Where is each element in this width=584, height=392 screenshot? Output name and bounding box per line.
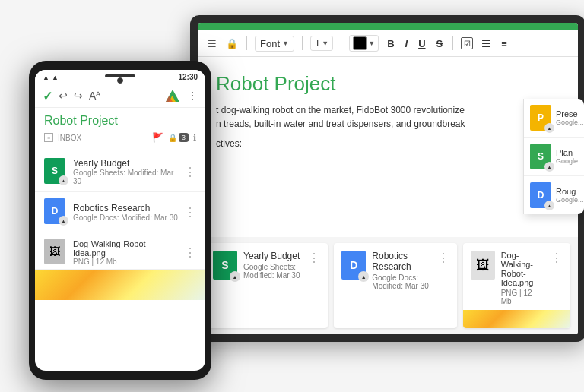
tablet-card-2-name: Dog-Walking-Robot-Idea.png <box>501 251 544 287</box>
toolbar-divider-1 <box>246 36 247 50</box>
bookmark-icon: ☰ <box>205 36 219 50</box>
inbox-doc-icon: ≡ <box>44 133 53 142</box>
phone-file-2-more[interactable]: ⋮ <box>184 245 196 260</box>
font-size-chevron-icon: ▼ <box>322 40 328 47</box>
color-box <box>353 36 367 50</box>
phone-file-1-info: Robotics Research Google Docs: Modified:… <box>73 203 178 222</box>
tablet-card-1-name: Robotics Research <box>372 251 430 272</box>
phone-check-icon: ✓ <box>43 89 52 103</box>
drive-icon[interactable] <box>164 87 181 104</box>
right-panel-item-2-meta: Google... <box>556 196 584 204</box>
underline-button[interactable]: U <box>416 37 427 50</box>
tablet-content: Robot Project t dog-walking robot on the… <box>198 57 578 237</box>
phone-file-0-icon: S ▲ <box>44 158 67 185</box>
phone-camera <box>117 77 123 84</box>
tablet-card-1-more[interactable]: ⋮ <box>437 251 449 265</box>
right-panel-item-0[interactable]: P ▲ Prese Google... <box>524 99 584 138</box>
phone: ▲ ▲ 12:30 ✓ ↩ ↪ Aᴬ ⋮ Robot Project <box>29 61 211 380</box>
phone-file-1-name: Robotics Research <box>73 203 178 213</box>
phone-screen: ▲ ▲ 12:30 ✓ ↩ ↪ Aᴬ ⋮ Robot Project <box>35 70 205 371</box>
tablet-screen: ☰ 🔒 Font ▼ T ▼ ▼ B I U S ☑ ☰ ≡ <box>198 23 578 334</box>
phone-file-1-icon: D ▲ <box>44 198 67 226</box>
tablet-card-0-more[interactable]: ⋮ <box>308 251 320 265</box>
phone-inbox-lock: 🔒 3 <box>168 133 189 142</box>
tablet-image-preview <box>463 310 570 328</box>
toolbar-divider-4 <box>452 36 453 50</box>
phone-doc-title: Robot Project <box>35 108 205 129</box>
toolbar-divider-2 <box>302 36 303 50</box>
font-size-button[interactable]: T ▼ <box>310 36 333 51</box>
color-chevron-icon: ▼ <box>368 40 375 47</box>
phone-image-preview <box>35 270 205 300</box>
tablet-card-2-more[interactable]: ⋮ <box>551 251 563 265</box>
phone-toolbar: ✓ ↩ ↪ Aᴬ ⋮ <box>35 84 205 108</box>
phone-inbox-info-icon[interactable]: ℹ <box>193 133 196 143</box>
ordered-list-button[interactable]: ≡ <box>499 37 509 50</box>
tablet-card-2[interactable]: 🖼 Dog-Walking-Robot-Idea.png PNG | 12 Mb… <box>463 243 570 328</box>
right-panel-item-1-name: Plan <box>556 148 584 157</box>
tablet-green-bar <box>198 23 578 30</box>
tablet-drive-cards: S ▲ Yearly Budget Google Sheets: Modifie… <box>198 237 578 334</box>
phone-file-0-more[interactable]: ⋮ <box>184 165 196 179</box>
tablet-right-panel: P ▲ Prese Google... S ▲ Plan Google... D… <box>523 99 584 214</box>
color-picker[interactable]: ▼ <box>349 35 379 52</box>
font-label: Font <box>260 38 280 49</box>
right-panel-item-1-meta: Google... <box>556 157 584 165</box>
tablet-card-0-meta: Google Sheets: Modified: Mar 30 <box>243 263 302 280</box>
wifi-icon: ▲ <box>43 74 49 81</box>
phone-inbox-badge: 3 <box>179 133 189 142</box>
phone-file-list: S ▲ Yearly Budget Google Sheets: Modifie… <box>35 149 205 371</box>
lock-icon: 🔒 <box>225 36 239 50</box>
phone-time: 12:30 <box>178 73 198 81</box>
checklist-button[interactable]: ☑ <box>461 37 473 49</box>
bold-button[interactable]: B <box>385 37 396 50</box>
phone-file-0-meta: Google Sheets: Modified: Mar 30 <box>73 169 178 185</box>
toolbar-divider-3 <box>341 36 341 50</box>
phone-file-2-info: Dog-Walking-Robot-Idea.png PNG | 12 Mb <box>73 239 178 266</box>
phone-inbox-label: INBOX <box>58 134 148 142</box>
phone-textsize-button[interactable]: Aᴬ <box>89 90 100 102</box>
phone-file-0-name: Yearly Budget <box>73 158 178 169</box>
font-chevron-icon: ▼ <box>282 40 289 47</box>
phone-more-button[interactable]: ⋮ <box>187 90 198 102</box>
phone-inbox-row: ≡ INBOX 🚩 🔒 3 ℹ <box>35 129 205 149</box>
italic-button[interactable]: I <box>403 37 411 50</box>
tablet-doc-body1: t dog-walking robot on the market, FidoB… <box>216 103 560 117</box>
tablet-card-0[interactable]: S ▲ Yearly Budget Google Sheets: Modifie… <box>205 243 328 328</box>
phone-file-item-0[interactable]: S ▲ Yearly Budget Google Sheets: Modifie… <box>35 152 205 192</box>
phone-inbox-flag-icon: 🚩 <box>152 132 163 143</box>
phone-file-0-info: Yearly Budget Google Sheets: Modified: M… <box>73 158 178 185</box>
phone-redo-button[interactable]: ↪ <box>74 90 83 102</box>
tablet-card-1[interactable]: D ▲ Robotics Research Google Docs: Modif… <box>334 243 456 328</box>
phone-file-2-meta: PNG | 12 Mb <box>73 258 178 266</box>
tablet-doc-body2: n treads, built-in water and treat dispe… <box>216 117 560 131</box>
tablet-doc-section: ctives: <box>216 138 560 149</box>
phone-file-1-more[interactable]: ⋮ <box>184 205 196 220</box>
phone-file-item-2[interactable]: 🖼 Dog-Walking-Robot-Idea.png PNG | 12 Mb… <box>35 232 205 270</box>
right-panel-item-0-name: Prese <box>556 109 584 119</box>
tablet-doc-title: Robot Project <box>216 72 560 96</box>
font-button[interactable]: Font ▼ <box>255 36 294 52</box>
phone-file-item-1[interactable]: D ▲ Robotics Research Google Docs: Modif… <box>35 192 205 232</box>
list-button[interactable]: ☰ <box>479 37 493 50</box>
phone-file-2-name: Dog-Walking-Robot-Idea.png <box>73 239 178 258</box>
phone-file-1-meta: Google Docs: Modified: Mar 30 <box>73 213 178 222</box>
phone-status-icons: ▲ ▲ <box>43 74 59 81</box>
phone-file-2-icon: 🖼 <box>44 239 67 266</box>
right-panel-item-0-meta: Google... <box>556 119 584 126</box>
font-size-label: T <box>315 38 320 49</box>
tablet-toolbar: ☰ 🔒 Font ▼ T ▼ ▼ B I U S ☑ ☰ ≡ <box>198 30 578 57</box>
strikethrough-button[interactable]: S <box>434 37 446 50</box>
right-panel-item-2-name: Roug <box>556 187 584 196</box>
signal-icon: ▲ <box>52 74 59 81</box>
right-panel-item-2[interactable]: D ▲ Roug Google... <box>524 176 584 214</box>
tablet-card-2-meta: PNG | 12 Mb <box>501 289 544 305</box>
tablet-card-1-meta: Google Docs: Modified: Mar 30 <box>372 273 430 290</box>
right-panel-item-1[interactable]: S ▲ Plan Google... <box>524 138 584 176</box>
phone-undo-button[interactable]: ↩ <box>59 90 68 102</box>
tablet-card-0-name: Yearly Budget <box>243 251 302 261</box>
